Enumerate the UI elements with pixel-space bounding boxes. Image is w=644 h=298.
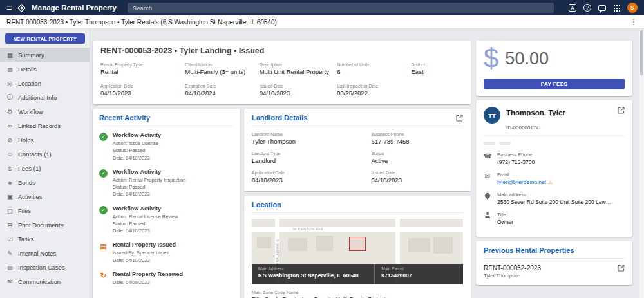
previous-rental-contact: Tyler Thompson [484,273,625,279]
more-options-icon[interactable]: ⋮ [630,17,638,26]
sidebar-item-icon: ⊟ [6,221,14,228]
record-field: Last Inspection Date 03/25/2022 [337,84,406,97]
sidebar-item-icon: $ [6,165,14,172]
field-label: Business Phone [371,132,463,136]
scrollbar-thumb[interactable] [640,30,643,75]
open-contact-icon[interactable] [618,107,625,114]
sidebar-item-label: Communication [18,278,61,285]
sidebar-item[interactable]: ✎ Internal Notes [0,246,90,260]
main-parcel-label: Main Parcel [381,266,457,271]
menu-icon[interactable]: ≡ [6,3,12,12]
record-field: Rental Property Type Rental [100,62,180,75]
field-label: Landlord Type [252,151,371,156]
activity-details: Date: 04/09/2023 [113,279,183,286]
email-link[interactable]: tyler@tylerdemo.net [497,179,546,185]
activity-list: ✓ Workflow Activity Action: Issue Licens… [99,132,233,286]
activity-status-icon: ✓ [99,133,108,141]
sidebar-item[interactable]: ▤ Details [0,62,90,76]
sidebar-item-label: Fees (1) [18,165,41,172]
sidebar: NEW RENTAL PROPERTY ▦ Summary ▤ Details … [0,29,90,298]
sidebar-item[interactable]: ▦ Summary [0,48,90,62]
field-value: Rental [100,68,180,75]
pay-fees-button[interactable]: PAY FEES [484,79,625,89]
sidebar-item-label: Details [18,66,37,73]
activity-details: Issued By: Spencer Lopez Date: 04/10/202… [113,249,176,264]
sidebar-item[interactable]: ⊘ Holds [0,133,90,147]
record-title: RENT-000053-2023 • Tyler Landing • Issue… [100,46,463,55]
field-label: Expiration Date [185,84,254,88]
user-avatar[interactable]: S [627,3,638,13]
location-pin-icon [484,192,491,200]
sidebar-item[interactable]: ✉ Communication [0,274,90,288]
record-field: Application Date 04/10/2023 [100,84,180,97]
record-field: Classification Multi-Family (3+ units) [185,62,254,75]
search-input[interactable] [128,5,554,12]
sidebar-item[interactable]: ▣ Activities [0,189,90,203]
field-label: Status [371,151,463,156]
previous-rental-item[interactable]: RENT-000052-2023 Tyler Thompson [484,265,625,279]
sidebar-item-icon: ✎ [6,250,14,257]
map-building [257,237,271,248]
sidebar-item[interactable]: ◈ Bonds [0,175,90,189]
sidebar-item-label: Bonds [18,179,35,186]
contact-field-email: ✉ Email tyler@tylerdemo.net⚠ [484,172,625,185]
field-value: Landlord [252,157,371,164]
location-title: Location [252,201,281,209]
contact-field-address: Main address 2530 Sever Rd Suite 200 Uni… [484,192,625,205]
sidebar-item[interactable]: ⊟ Print Documents [0,218,90,232]
sidebar-item-icon: ▦ [6,51,14,59]
sidebar-item[interactable]: ▥ Inspection Cases [0,260,90,274]
global-search[interactable] [128,3,554,13]
activity-status-icon: ▤ [99,242,108,250]
feedback-icon[interactable] [598,5,606,11]
sidebar-item[interactable]: ◎ Location [0,76,90,90]
sidebar-item-label: Tasks [18,236,33,243]
main-parcel-value: 0713420007 [381,272,457,279]
contact-avatar: TT [484,107,500,124]
scrollbar[interactable] [639,29,644,298]
map[interactable]: W BENTON AVE S WASHINGTON ST Main Addres… [252,219,463,284]
sidebar-item-icon: ▢ [6,207,14,214]
location-card: Location W BENTON AVE S WA [244,196,471,298]
map-building [288,238,307,251]
sidebar-item-icon: ∞ [6,122,14,129]
contact-badge [499,142,511,145]
new-rental-property-button[interactable]: NEW RENTAL PROPERTY [5,33,85,44]
activity-item: ↻ Rental Property Renewed Date: 04/09/20… [99,271,233,286]
sidebar-item-icon: ☺ [6,151,14,158]
sidebar-item[interactable]: $ Fees (1) [0,161,90,175]
landlord-field: Landlord Name Tyler Thompson [252,132,371,145]
sidebar-item[interactable]: ☺ Contacts (1) [0,147,90,161]
street-label: W BENTON AVE [293,227,323,231]
sidebar-item-label: Additional Info [18,94,57,101]
sidebar-item-label: Holds [18,136,33,144]
sidebar-item-icon: ▤ [6,66,14,73]
sidebar-item-label: Activities [18,193,42,200]
open-landlord-icon[interactable] [456,115,463,122]
activity-status-icon: ✓ [99,206,108,214]
recent-activity-card: Recent Activity ✓ Workflow Activity Acti… [93,109,240,298]
field-value: Active [371,157,463,164]
sidebar-item[interactable]: ☑ Tasks [0,232,90,246]
divider [484,136,625,136]
activity-title: Workflow Activity [113,205,178,212]
activity-title: Rental Property Issued [113,241,176,248]
sidebar-item[interactable]: ⚙ Workflow [0,104,90,118]
field-value: 6 [337,68,406,75]
field-value: Owner [497,219,513,225]
translate-icon[interactable]: A [569,4,576,12]
record-field: Description Multi Unit Rental Property [260,62,332,75]
field-label: Classification [185,62,254,67]
sidebar-item[interactable]: ∞ Linked Records [0,118,90,133]
field-value: Multi Unit Rental Property [260,68,332,75]
open-previous-rental-icon[interactable] [618,265,625,272]
sidebar-item[interactable]: ▢ Files [0,203,90,218]
landlord-field: Business Phone 617-789-7458 [371,132,463,145]
person-icon [484,212,491,219]
help-icon[interactable]: ? [583,4,591,12]
field-value: 04/10/2023 [260,89,332,97]
sidebar-item[interactable]: ⓘ Additional Info [0,90,90,104]
apps-grid-icon[interactable] [613,5,620,12]
zone-info: Main Zone Code Name R2 • Single Family, … [252,284,463,298]
main-panel: RENT-000053-2023 • Tyler Landing • Issue… [90,29,471,298]
